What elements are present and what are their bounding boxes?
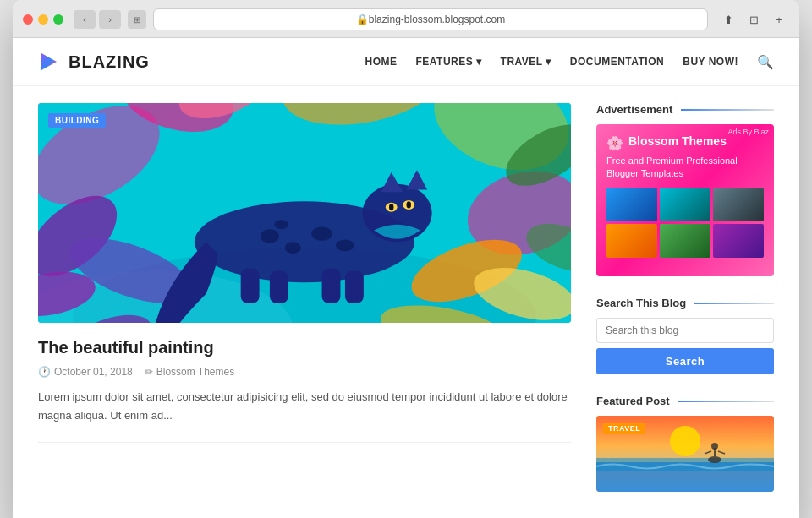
svg-point-21	[261, 229, 279, 243]
search-input[interactable]	[596, 318, 774, 343]
main-nav: HOME FEATURES ▾ TRAVEL ▾ DOCUMENTATION B…	[365, 54, 774, 70]
browser-actions: ⬆ ⊡ +	[718, 10, 789, 29]
svg-point-22	[285, 242, 301, 254]
post-author: ✏ Blossom Themes	[145, 366, 234, 378]
ad-brand: Blossom Themes	[628, 134, 727, 148]
back-button[interactable]: ‹	[74, 10, 96, 29]
ad-thumb-2	[660, 188, 710, 221]
painting-art	[38, 103, 571, 323]
add-tab-button[interactable]: +	[769, 10, 789, 29]
post-featured-image: BUILDING	[38, 103, 571, 323]
new-tab-button[interactable]: ⊡	[743, 10, 764, 29]
ad-thumb-3	[713, 188, 764, 221]
logo-text: BLAZING	[69, 52, 150, 72]
svg-rect-27	[270, 270, 288, 303]
ad-section: Advertisement Ads By Blaz 🌸 Blossom Them…	[596, 103, 774, 276]
traffic-lights	[23, 14, 63, 25]
browser-chrome: ‹ › ⊞ 🔒 blazing-blossom.blogspot.com ⬆ ⊡…	[13, 0, 799, 38]
featured-post-image: TRAVEL	[596, 416, 774, 492]
sidebar: Advertisement Ads By Blaz 🌸 Blossom Them…	[596, 103, 774, 512]
ad-subtitle: Free and Premium Professional Blogger Te…	[606, 155, 764, 181]
nav-travel[interactable]: TRAVEL ▾	[501, 56, 551, 68]
svg-point-39	[670, 426, 700, 456]
logo-icon	[38, 50, 62, 74]
maximize-button[interactable]	[53, 14, 63, 25]
ad-box: Ads By Blaz 🌸 Blossom Themes Free and Pr…	[596, 124, 774, 276]
post-meta: 🕐 October 01, 2018 ✏ Blossom Themes	[38, 366, 571, 378]
featured-section: Featured Post TRAVEL	[596, 395, 774, 492]
website: BLAZING HOME FEATURES ▾ TRAVEL ▾ DOCUMEN…	[13, 38, 799, 518]
post-date: 🕐 October 01, 2018	[38, 366, 133, 378]
main-layout: BUILDING	[13, 86, 799, 518]
ad-thumb-6	[713, 224, 764, 258]
ad-label: Ads By Blaz	[727, 128, 769, 136]
close-button[interactable]	[23, 14, 33, 25]
ad-title: Advertisement	[596, 103, 774, 116]
content-area: BUILDING	[38, 103, 596, 512]
ad-thumb-4	[606, 224, 657, 258]
featured-tag: TRAVEL	[603, 423, 645, 434]
pencil-icon: ✏	[145, 366, 153, 378]
svg-point-23	[311, 226, 332, 240]
featured-title: Featured Post	[596, 395, 774, 407]
svg-rect-26	[241, 269, 260, 303]
category-tag[interactable]: BUILDING	[48, 113, 106, 128]
svg-point-32	[389, 204, 393, 210]
ad-grid	[606, 188, 764, 258]
svg-point-25	[274, 220, 288, 229]
address-bar[interactable]: 🔒 blazing-blossom.blogspot.com	[153, 8, 708, 30]
minimize-button[interactable]	[38, 14, 48, 25]
post-excerpt: Lorem ipsum dolor sit amet, consectetur …	[38, 388, 571, 425]
svg-point-24	[336, 240, 354, 252]
nav-documentation[interactable]: DOCUMENTATION	[570, 56, 664, 68]
svg-point-33	[407, 201, 411, 208]
share-button[interactable]: ⬆	[718, 10, 738, 29]
nav-features[interactable]: FEATURES ▾	[415, 56, 481, 68]
post-image-wrap: BUILDING	[38, 103, 571, 323]
url-text: blazing-blossom.blogspot.com	[369, 14, 505, 25]
nav-buy-now[interactable]: BUY NOW!	[683, 56, 738, 68]
clock-icon: 🕐	[38, 366, 51, 378]
ad-thumb-5	[660, 224, 710, 258]
svg-marker-0	[41, 53, 57, 70]
svg-point-42	[708, 456, 721, 463]
svg-rect-28	[322, 269, 341, 303]
tab-overview-button[interactable]: ⊞	[128, 10, 146, 29]
svg-point-44	[711, 443, 718, 450]
search-button[interactable]: Search	[596, 348, 774, 374]
nav-home[interactable]: HOME	[365, 56, 397, 68]
logo-area: BLAZING	[38, 50, 150, 74]
search-title: Search This Blog	[596, 297, 774, 309]
search-icon[interactable]: 🔍	[757, 54, 774, 70]
svg-rect-29	[345, 270, 364, 303]
post-divider	[38, 442, 571, 443]
nav-buttons: ‹ ›	[74, 10, 121, 29]
site-header: BLAZING HOME FEATURES ▾ TRAVEL ▾ DOCUMEN…	[13, 38, 799, 86]
browser-window: ‹ › ⊞ 🔒 blazing-blossom.blogspot.com ⬆ ⊡…	[13, 0, 799, 518]
lock-icon: 🔒	[356, 14, 369, 25]
forward-button[interactable]: ›	[99, 10, 121, 29]
post-title: The beautiful painting	[38, 338, 571, 357]
ad-thumb-1	[606, 188, 657, 221]
search-section: Search This Blog Search	[596, 297, 774, 374]
